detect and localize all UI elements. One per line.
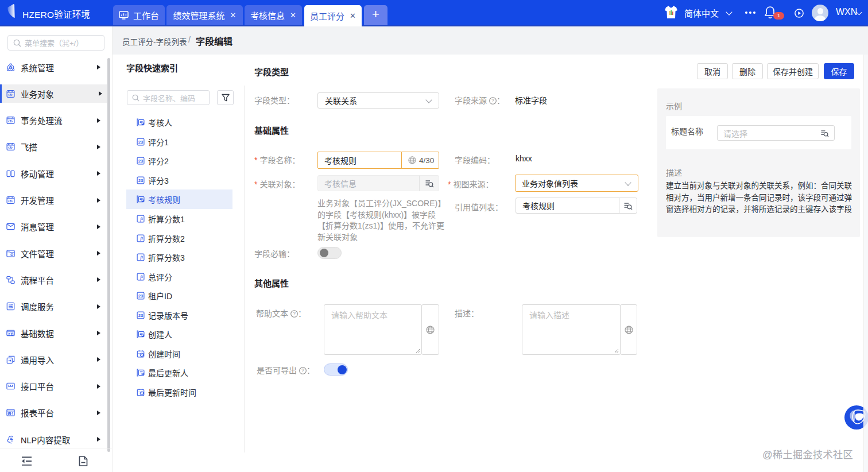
svg-text:23: 23 — [138, 140, 144, 145]
svg-text:?: ? — [491, 98, 494, 103]
svg-text:23: 23 — [138, 158, 144, 164]
svg-text:23: 23 — [138, 313, 144, 318]
svg-text:?: ? — [301, 368, 304, 373]
svg-text:23: 23 — [138, 293, 144, 299]
svg-text:?: ? — [293, 311, 296, 316]
svg-text:23: 23 — [138, 178, 144, 183]
